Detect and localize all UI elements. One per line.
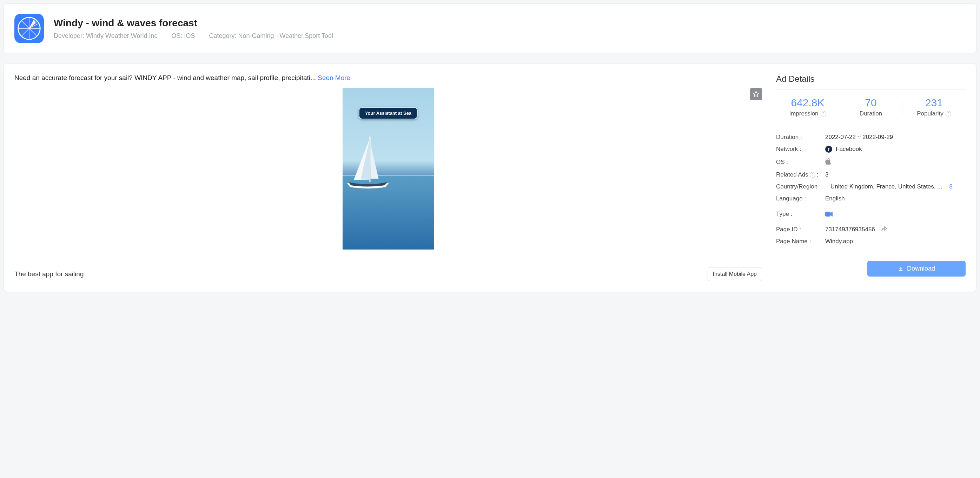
stat-popularity: 231 Popularity ? <box>902 97 966 117</box>
os-meta: OS: IOS <box>171 32 195 40</box>
app-title: Windy - wind & waves forecast <box>54 17 333 29</box>
svg-rect-8 <box>825 212 830 216</box>
detail-rows: Duration : 2022-07-22 ~ 2022-09-29 Netwo… <box>776 134 966 253</box>
star-icon <box>752 91 760 98</box>
bottom-row: The best app for sailing Install Mobile … <box>14 249 762 281</box>
download-icon <box>898 266 904 272</box>
row-network: Network : f Facebook <box>776 146 966 152</box>
ad-caption: The best app for sailing <box>14 270 84 278</box>
ad-description: Need an accurate forecast for your sail?… <box>14 74 762 82</box>
download-button[interactable]: Download <box>867 261 966 276</box>
stat-duration-value: 70 <box>839 97 902 109</box>
row-duration: Duration : 2022-07-22 ~ 2022-09-29 <box>776 134 966 141</box>
share-icon[interactable] <box>881 226 887 233</box>
row-page-id: Page ID : 731749376935456 <box>776 226 966 233</box>
stat-duration-label: Duration <box>860 110 882 117</box>
stat-duration: 70 Duration <box>839 97 902 117</box>
app-header-card: Windy - wind & waves forecast Developer:… <box>3 3 977 53</box>
help-icon[interactable]: ? <box>810 172 815 178</box>
developer-meta: Developer: Windy Weather World Inc <box>54 32 157 40</box>
description-text: Need an accurate forecast for your sail?… <box>14 74 318 81</box>
row-os: OS : <box>776 157 966 166</box>
stat-impression: 642.8K Impression ? <box>776 97 839 117</box>
stat-popularity-value: 231 <box>902 97 966 109</box>
row-related-ads: Related Ads ? : 3 <box>776 171 966 178</box>
facebook-icon: f <box>825 146 832 152</box>
category-meta: Category: Non-Gaming - Weather,Sport Too… <box>209 32 334 40</box>
row-type: Type : <box>776 211 966 218</box>
row-page-name: Page Name : Windy.app <box>776 238 966 245</box>
stats-row: 642.8K Impression ? 70 Duration 231 Popu… <box>776 97 966 125</box>
install-button[interactable]: Install Mobile App <box>708 267 762 281</box>
help-icon[interactable]: ? <box>946 111 951 116</box>
help-icon[interactable]: ? <box>821 111 826 116</box>
right-column: Ad Details 642.8K Impression ? 70 Durati… <box>776 74 966 281</box>
row-country: Country/Region : United Kingdom, France,… <box>776 183 966 190</box>
left-column: Need an accurate forecast for your sail?… <box>14 74 762 281</box>
see-more-link[interactable]: Seen More <box>318 74 350 81</box>
stat-popularity-label: Popularity ? <box>917 110 951 117</box>
header-text: Windy - wind & waves forecast Developer:… <box>54 17 333 40</box>
app-meta-row: Developer: Windy Weather World Inc OS: I… <box>54 32 333 40</box>
stat-impression-value: 642.8K <box>776 97 839 109</box>
app-icon <box>14 14 44 43</box>
sailboat-graphic <box>343 134 393 190</box>
video-icon <box>825 211 833 217</box>
row-language: Language : English <box>776 195 966 202</box>
creative-container: Your Assistant at Sea <box>14 88 762 249</box>
stat-impression-label: Impression ? <box>789 110 826 117</box>
country-count-link[interactable]: 8 <box>949 183 952 190</box>
apple-icon <box>825 157 832 166</box>
favorite-button[interactable] <box>750 88 762 100</box>
ad-creative[interactable]: Your Assistant at Sea <box>342 88 434 249</box>
ad-details-title: Ad Details <box>776 74 966 90</box>
main-card: Need an accurate forecast for your sail?… <box>3 63 977 292</box>
creative-badge: Your Assistant at Sea <box>359 107 418 119</box>
